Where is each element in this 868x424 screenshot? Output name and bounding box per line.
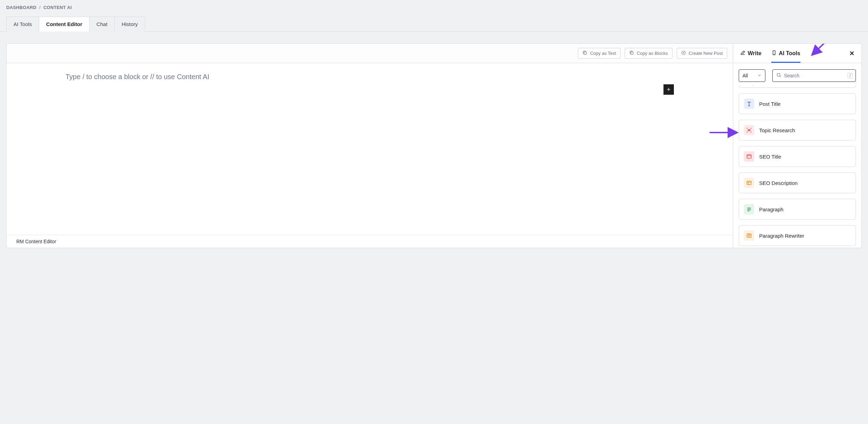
tool-label: SEO Title	[759, 154, 781, 160]
side-panel: Write AI Tools ✕ All	[733, 44, 861, 248]
svg-rect-0	[584, 52, 587, 54]
tool-card-paragraph-rewriter[interactable]: Paragraph Rewriter	[739, 225, 856, 246]
tab-content-editor[interactable]: Content Editor	[39, 17, 89, 32]
editor-body[interactable]: Type / to choose a block or // to use Co…	[7, 63, 733, 235]
side-panel-controls: All /	[733, 63, 861, 85]
tool-search-input[interactable]	[784, 73, 845, 78]
lines-icon	[744, 204, 754, 214]
breadcrumb: DASHBOARD / CONTENT AI	[0, 0, 868, 16]
editor-toolbar: Copy as Text Copy as Blocks Create New P…	[7, 44, 733, 63]
search-icon	[776, 73, 781, 79]
tool-card-seo-title[interactable]: SEO Title	[739, 146, 856, 167]
tool-list[interactable]: Blog Post Conclusion Post Title Topic Re…	[733, 85, 861, 248]
chevron-down-icon	[757, 73, 762, 78]
copy-as-text-label: Copy as Text	[590, 51, 616, 56]
copy-as-blocks-label: Copy as Blocks	[637, 51, 668, 56]
editor-pane: Copy as Text Copy as Blocks Create New P…	[7, 44, 733, 248]
tool-card-seo-description[interactable]: SEO Description	[739, 172, 856, 193]
copy-as-blocks-button[interactable]: Copy as Blocks	[625, 48, 672, 59]
copy-icon	[582, 50, 587, 56]
tool-card-topic-research[interactable]: Topic Research	[739, 120, 856, 141]
svg-point-4	[777, 74, 780, 77]
tool-card-post-title[interactable]: Post Title	[739, 93, 856, 114]
editor-footer-label: RM Content Editor	[16, 239, 56, 244]
close-panel-button[interactable]: ✕	[849, 50, 854, 57]
editor-placeholder: Type / to choose a block or // to use Co…	[66, 73, 722, 81]
breadcrumb-current: CONTENT AI	[43, 5, 72, 10]
category-filter[interactable]: All	[739, 69, 765, 82]
tab-chat[interactable]: Chat	[89, 17, 115, 32]
keyboard-hint: /	[848, 73, 853, 78]
layout-icon	[744, 178, 754, 188]
svg-rect-1	[631, 52, 633, 54]
side-tab-ai-tools[interactable]: AI Tools	[771, 44, 800, 63]
text-icon	[744, 99, 754, 109]
editor-footer: RM Content Editor	[7, 235, 733, 248]
svg-point-5	[749, 130, 749, 130]
breadcrumb-separator: /	[39, 5, 41, 10]
eye-scan-icon	[744, 125, 754, 135]
side-tab-write[interactable]: Write	[740, 44, 762, 63]
edit-icon	[740, 50, 746, 57]
tool-label: Topic Research	[759, 127, 795, 133]
tool-card-blog-post-conclusion[interactable]: Blog Post Conclusion	[739, 85, 856, 88]
tool-label: Blog Post Conclusion	[744, 85, 793, 86]
side-tab-ai-tools-label: AI Tools	[779, 50, 800, 57]
browser-icon	[744, 151, 754, 162]
create-new-post-button[interactable]: Create New Post	[677, 48, 727, 59]
svg-rect-7	[747, 181, 751, 185]
add-block-button[interactable]: +	[663, 84, 674, 95]
plus-icon: +	[667, 86, 671, 93]
breadcrumb-root[interactable]: DASHBOARD	[6, 5, 36, 10]
main-tabs: AI Tools Content Editor Chat History	[0, 16, 868, 32]
tool-label: Post Title	[759, 101, 781, 107]
tool-label: Paragraph	[759, 206, 783, 212]
tool-label: SEO Description	[759, 180, 798, 186]
close-icon: ✕	[849, 50, 854, 57]
side-tab-write-label: Write	[748, 50, 762, 57]
copy-as-text-button[interactable]: Copy as Text	[578, 48, 620, 59]
phone-icon	[771, 50, 777, 57]
category-filter-value: All	[743, 73, 748, 78]
plus-circle-icon	[681, 50, 686, 56]
tool-search[interactable]: /	[772, 69, 856, 82]
create-new-post-label: Create New Post	[689, 51, 723, 56]
side-panel-tabs: Write AI Tools ✕	[733, 44, 861, 63]
copy-icon	[629, 50, 634, 56]
workspace: Copy as Text Copy as Blocks Create New P…	[6, 43, 862, 248]
book-icon	[744, 230, 754, 241]
tool-label: Paragraph Rewriter	[759, 233, 804, 239]
tab-ai-tools[interactable]: AI Tools	[6, 17, 39, 32]
tab-history[interactable]: History	[114, 17, 145, 32]
svg-rect-6	[747, 155, 751, 159]
tool-card-paragraph[interactable]: Paragraph	[739, 199, 856, 220]
